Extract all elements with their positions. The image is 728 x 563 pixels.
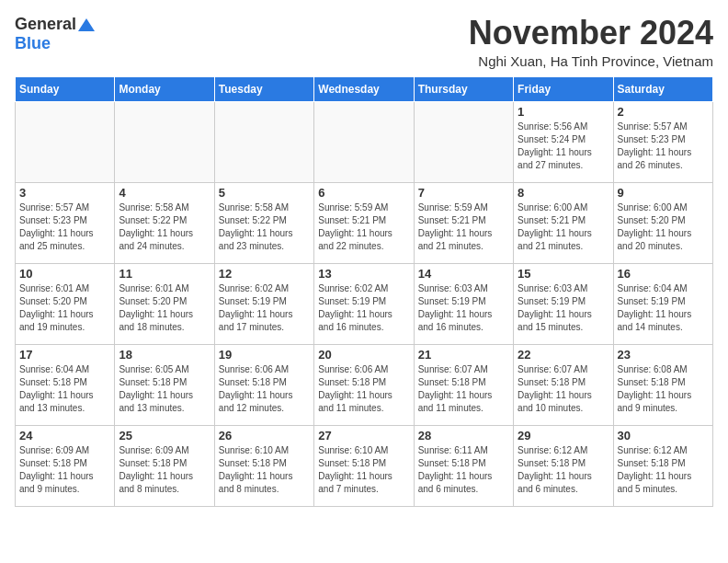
day-info: Sunrise: 6:01 AM Sunset: 5:20 PM Dayligh… [119,282,210,334]
day-number: 12 [219,267,310,281]
day-info: Sunrise: 5:59 AM Sunset: 5:21 PM Dayligh… [318,201,409,253]
day-number: 19 [219,348,310,362]
day-number: 13 [318,267,409,281]
day-number: 11 [119,267,210,281]
day-number: 9 [618,186,709,200]
calendar-cell: 22Sunrise: 6:07 AM Sunset: 5:18 PM Dayli… [514,344,613,425]
day-number: 14 [418,267,509,281]
day-info: Sunrise: 6:07 AM Sunset: 5:18 PM Dayligh… [518,363,609,415]
day-number: 6 [318,186,409,200]
day-info: Sunrise: 5:59 AM Sunset: 5:21 PM Dayligh… [418,201,509,253]
logo: General Blue [15,15,95,53]
calendar-cell: 5Sunrise: 5:58 AM Sunset: 5:22 PM Daylig… [214,182,313,263]
calendar-cell: 28Sunrise: 6:11 AM Sunset: 5:18 PM Dayli… [414,425,513,506]
calendar-cell: 9Sunrise: 6:00 AM Sunset: 5:20 PM Daylig… [613,182,712,263]
day-number: 25 [119,429,210,442]
day-number: 5 [219,186,310,200]
day-number: 1 [518,105,609,119]
calendar-cell: 23Sunrise: 6:08 AM Sunset: 5:18 PM Dayli… [613,344,712,425]
day-number: 17 [19,348,110,362]
day-number: 10 [19,267,110,281]
day-info: Sunrise: 5:56 AM Sunset: 5:24 PM Dayligh… [518,121,609,172]
calendar-week-row: 24Sunrise: 6:09 AM Sunset: 5:18 PM Dayli… [16,425,713,506]
weekday-header: Tuesday [214,76,313,101]
day-number: 29 [518,429,609,442]
day-number: 28 [418,429,509,442]
calendar-cell: 17Sunrise: 6:04 AM Sunset: 5:18 PM Dayli… [16,344,115,425]
day-info: Sunrise: 6:11 AM Sunset: 5:18 PM Dayligh… [418,444,509,496]
day-info: Sunrise: 6:06 AM Sunset: 5:18 PM Dayligh… [318,363,409,415]
page-header: General Blue November 2024 Nghi Xuan, Ha… [15,15,713,69]
location-subtitle: Nghi Xuan, Ha Tinh Province, Vietnam [469,53,713,69]
day-info: Sunrise: 6:08 AM Sunset: 5:18 PM Dayligh… [618,363,709,415]
day-info: Sunrise: 6:10 AM Sunset: 5:18 PM Dayligh… [318,444,409,496]
calendar-cell [414,101,513,182]
day-number: 18 [119,348,210,362]
day-info: Sunrise: 6:03 AM Sunset: 5:19 PM Dayligh… [518,282,609,334]
calendar-cell: 10Sunrise: 6:01 AM Sunset: 5:20 PM Dayli… [16,263,115,344]
day-number: 26 [219,429,310,442]
day-info: Sunrise: 5:58 AM Sunset: 5:22 PM Dayligh… [119,201,210,253]
calendar-week-row: 3Sunrise: 5:57 AM Sunset: 5:23 PM Daylig… [16,182,713,263]
calendar-week-row: 17Sunrise: 6:04 AM Sunset: 5:18 PM Dayli… [16,344,713,425]
calendar-cell: 11Sunrise: 6:01 AM Sunset: 5:20 PM Dayli… [115,263,214,344]
day-number: 30 [618,429,709,442]
logo-general-text: General [15,15,76,34]
weekday-header: Monday [115,76,214,101]
calendar-cell [16,101,115,182]
calendar-cell: 16Sunrise: 6:04 AM Sunset: 5:19 PM Dayli… [613,263,712,344]
calendar-cell: 29Sunrise: 6:12 AM Sunset: 5:18 PM Dayli… [514,425,613,506]
day-info: Sunrise: 6:12 AM Sunset: 5:18 PM Dayligh… [518,444,609,496]
logo-blue-text: Blue [15,34,51,52]
day-number: 16 [618,267,709,281]
day-info: Sunrise: 6:02 AM Sunset: 5:19 PM Dayligh… [318,282,409,334]
calendar-week-row: 10Sunrise: 6:01 AM Sunset: 5:20 PM Dayli… [16,263,713,344]
day-info: Sunrise: 6:01 AM Sunset: 5:20 PM Dayligh… [19,282,110,334]
day-number: 22 [518,348,609,362]
calendar-cell: 18Sunrise: 6:05 AM Sunset: 5:18 PM Dayli… [115,344,214,425]
day-number: 2 [618,105,709,119]
calendar-cell: 13Sunrise: 6:02 AM Sunset: 5:19 PM Dayli… [314,263,414,344]
calendar-cell: 19Sunrise: 6:06 AM Sunset: 5:18 PM Dayli… [214,344,313,425]
calendar-cell: 2Sunrise: 5:57 AM Sunset: 5:23 PM Daylig… [613,101,712,182]
calendar-cell: 30Sunrise: 6:12 AM Sunset: 5:18 PM Dayli… [613,425,712,506]
calendar-cell: 20Sunrise: 6:06 AM Sunset: 5:18 PM Dayli… [314,344,414,425]
calendar-cell: 7Sunrise: 5:59 AM Sunset: 5:21 PM Daylig… [414,182,513,263]
weekday-header: Saturday [613,76,712,101]
day-number: 20 [318,348,409,362]
month-title: November 2024 [469,15,713,52]
weekday-header: Friday [514,76,613,101]
calendar-cell: 14Sunrise: 6:03 AM Sunset: 5:19 PM Dayli… [414,263,513,344]
calendar-cell [314,101,414,182]
day-info: Sunrise: 6:09 AM Sunset: 5:18 PM Dayligh… [19,444,110,496]
calendar-cell: 6Sunrise: 5:59 AM Sunset: 5:21 PM Daylig… [314,182,414,263]
day-info: Sunrise: 6:05 AM Sunset: 5:18 PM Dayligh… [119,363,210,415]
calendar-cell: 3Sunrise: 5:57 AM Sunset: 5:23 PM Daylig… [16,182,115,263]
weekday-header: Sunday [16,76,115,101]
day-info: Sunrise: 6:04 AM Sunset: 5:18 PM Dayligh… [19,363,110,415]
weekday-header-row: SundayMondayTuesdayWednesdayThursdayFrid… [16,76,713,101]
day-number: 7 [418,186,509,200]
calendar-week-row: 1Sunrise: 5:56 AM Sunset: 5:24 PM Daylig… [16,101,713,182]
day-info: Sunrise: 6:10 AM Sunset: 5:18 PM Dayligh… [219,444,310,496]
day-number: 4 [119,186,210,200]
calendar-cell: 15Sunrise: 6:03 AM Sunset: 5:19 PM Dayli… [514,263,613,344]
calendar-cell [214,101,313,182]
calendar-cell: 12Sunrise: 6:02 AM Sunset: 5:19 PM Dayli… [214,263,313,344]
calendar-cell: 24Sunrise: 6:09 AM Sunset: 5:18 PM Dayli… [16,425,115,506]
day-info: Sunrise: 6:03 AM Sunset: 5:19 PM Dayligh… [418,282,509,334]
day-info: Sunrise: 5:57 AM Sunset: 5:23 PM Dayligh… [19,201,110,253]
day-info: Sunrise: 6:12 AM Sunset: 5:18 PM Dayligh… [618,444,709,496]
calendar-table: SundayMondayTuesdayWednesdayThursdayFrid… [15,76,713,507]
day-number: 23 [618,348,709,362]
day-number: 21 [418,348,509,362]
calendar-cell: 26Sunrise: 6:10 AM Sunset: 5:18 PM Dayli… [214,425,313,506]
day-info: Sunrise: 6:06 AM Sunset: 5:18 PM Dayligh… [219,363,310,415]
calendar-cell: 21Sunrise: 6:07 AM Sunset: 5:18 PM Dayli… [414,344,513,425]
calendar-cell: 27Sunrise: 6:10 AM Sunset: 5:18 PM Dayli… [314,425,414,506]
day-info: Sunrise: 5:57 AM Sunset: 5:23 PM Dayligh… [618,121,709,172]
calendar-cell: 4Sunrise: 5:58 AM Sunset: 5:22 PM Daylig… [115,182,214,263]
day-number: 15 [518,267,609,281]
calendar-cell: 8Sunrise: 6:00 AM Sunset: 5:21 PM Daylig… [514,182,613,263]
svg-marker-0 [78,18,95,31]
